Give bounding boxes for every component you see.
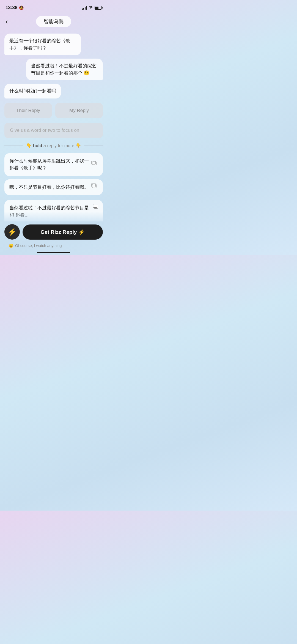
divider-line-left [4, 146, 23, 146]
title-text: 智能乌鸦 [44, 19, 64, 24]
status-bar: 13:38 🔕 [0, 0, 107, 14]
their-reply-button[interactable]: Their Reply [4, 103, 52, 118]
fade-overlay [4, 212, 103, 221]
cta-row: ⚡ Get Rizz Reply ⚡ [4, 221, 103, 242]
back-button[interactable]: ‹ [6, 17, 8, 26]
lightning-button[interactable]: ⚡ [4, 224, 20, 240]
message-text: 什么时间我们一起看吗 [9, 88, 56, 94]
battery-icon [95, 6, 102, 10]
lightning-icon: ⚡ [8, 228, 16, 236]
message-row: 最近有一个很好看的综艺《歌手》，你看了吗？ [4, 34, 103, 55]
copy-button-2[interactable] [91, 183, 99, 191]
hint-emoji: 😊 [9, 243, 13, 248]
their-reply-label: Their Reply [16, 108, 40, 113]
generated-reply-2: 嗯，不只是节目好看，比你还好看哦。 [4, 179, 103, 195]
chat-title: 智能乌鸦 [36, 16, 71, 27]
get-rizz-button[interactable]: Get Rizz Reply ⚡ [23, 224, 103, 240]
reply-text: 嗯，不只是节目好看，比你还好看哦。 [9, 185, 89, 190]
signal-icon [82, 6, 87, 10]
my-reply-label: My Reply [69, 108, 89, 113]
divider-line-right [84, 146, 103, 146]
message-text: 当然看过啦！不过最好看的综艺节目是和你一起看的那个 😉 [31, 63, 97, 76]
outgoing-bubble: 当然看过啦！不过最好看的综艺节目是和你一起看的那个 😉 [26, 59, 103, 80]
wifi-icon [89, 6, 93, 10]
focus-placeholder: Give us a word or two to focus on [10, 128, 79, 133]
message-text: 最近有一个很好看的综艺《歌手》，你看了吗？ [9, 38, 70, 51]
clock: 13:38 [6, 5, 17, 10]
bottom-hint: 😊 Of course, I watch anything [4, 242, 103, 251]
hold-text: 👇 hold a reply for more 👇 [26, 143, 81, 148]
copy-button-1[interactable] [91, 161, 99, 168]
generated-reply-1: 你什么时候能从屏幕里跳出来，和我一起看《歌手》呢？ [4, 153, 103, 176]
cta-button-text: Get Rizz Reply ⚡ [40, 229, 85, 235]
hold-divider: 👇 hold a reply for more 👇 [4, 141, 103, 150]
home-indicator [37, 252, 70, 253]
my-reply-button[interactable]: My Reply [55, 103, 103, 118]
reply-text: 你什么时候能从屏幕里跳出来，和我一起看《歌手》呢？ [9, 158, 89, 171]
chat-area: 最近有一个很好看的综艺《歌手》，你看了吗？ 当然看过啦！不过最好看的综艺节目是和… [0, 31, 107, 197]
hold-suffix: a reply for more [43, 143, 74, 148]
mute-icon: 🔕 [19, 6, 24, 10]
message-row: 当然看过啦！不过最好看的综艺节目是和你一起看的那个 😉 [4, 59, 103, 80]
hold-bold: hold [33, 143, 43, 148]
hold-emoji-left: 👇 [26, 143, 32, 148]
bottom-area: 当然看过啦！不过最好看的综艺节目是和 起看... ⚡ Get Rizz Repl… [0, 197, 107, 251]
message-row: 什么时间我们一起看吗 [4, 84, 103, 98]
header: ‹ 智能乌鸦 [0, 14, 107, 31]
copy-button-3[interactable] [93, 204, 99, 210]
incoming-bubble: 最近有一个很好看的综艺《歌手》，你看了吗？ [4, 34, 81, 55]
partial-reply: 当然看过啦！不过最好看的综艺节目是和 起看... [4, 200, 103, 221]
focus-input[interactable]: Give us a word or two to focus on [4, 123, 103, 138]
status-icons [82, 6, 102, 10]
hold-emoji-right: 👇 [76, 143, 81, 148]
status-time: 13:38 🔕 [6, 5, 24, 10]
reply-type-selector: Their Reply My Reply [4, 102, 103, 119]
incoming-bubble: 什么时间我们一起看吗 [4, 84, 61, 98]
hint-text: Of course, I watch anything [15, 243, 62, 248]
